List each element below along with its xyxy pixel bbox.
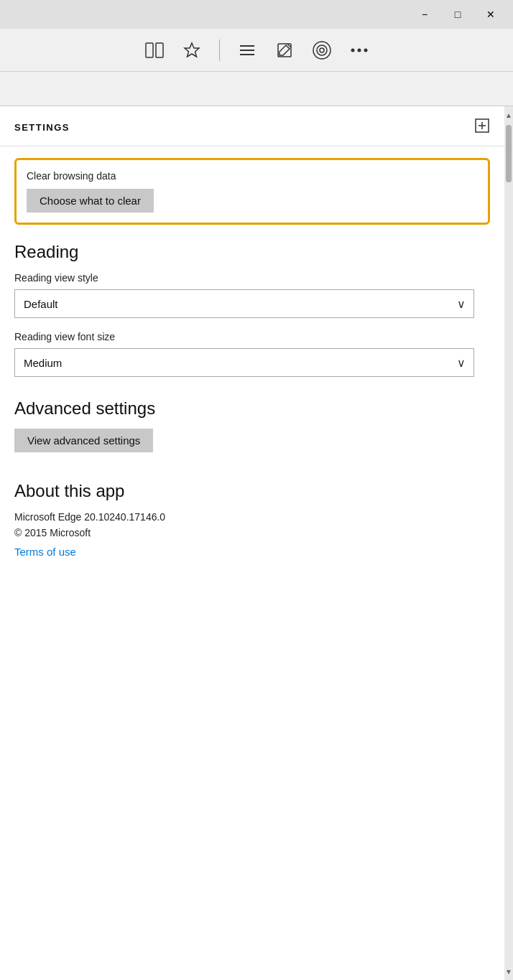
favorites-icon[interactable] (179, 37, 205, 63)
maximize-button[interactable]: □ (441, 0, 474, 29)
cortana-icon[interactable] (309, 37, 335, 63)
clear-browsing-data-section: Clear browsing data Choose what to clear (14, 158, 490, 225)
reading-view-font-size-label: Reading view font size (14, 331, 490, 342)
address-bar-area (0, 72, 513, 106)
title-bar: − □ ✕ (0, 0, 513, 29)
svg-marker-2 (185, 43, 199, 57)
scrollbar-up-arrow[interactable]: ▲ (504, 108, 513, 122)
settings-header: SETTINGS (0, 106, 504, 146)
notes-icon[interactable] (272, 37, 297, 63)
reading-view-style-select[interactable]: Default Light Medium Dark (14, 289, 474, 318)
settings-panel: SETTINGS Clear browsing data Choose what… (0, 106, 504, 980)
reading-view-icon[interactable] (142, 37, 167, 63)
about-section: About this app Microsoft Edge 20.10240.1… (14, 481, 490, 559)
svg-point-11 (351, 48, 354, 52)
reading-view-style-dropdown-wrapper: Default Light Medium Dark ∨ (14, 289, 474, 318)
pin-icon[interactable] (474, 118, 490, 137)
settings-content: Clear browsing data Choose what to clear… (0, 146, 504, 584)
scrollbar: ▲ ▼ (504, 106, 513, 980)
svg-point-12 (357, 48, 361, 52)
reading-section: Reading Reading view style Default Light… (14, 242, 490, 377)
minimize-button[interactable]: − (408, 0, 441, 29)
reading-view-font-size-dropdown-wrapper: Small Medium Large Extra Large ∨ (14, 348, 474, 377)
advanced-settings-section: Advanced settings View advanced settings (14, 398, 490, 452)
advanced-settings-heading: Advanced settings (14, 398, 490, 419)
reading-view-font-size-select[interactable]: Small Medium Large Extra Large (14, 348, 474, 377)
hub-icon[interactable] (234, 37, 260, 63)
about-heading: About this app (14, 481, 490, 501)
reading-view-style-label: Reading view style (14, 272, 490, 284)
svg-point-10 (320, 48, 324, 52)
svg-point-8 (313, 42, 331, 59)
toolbar (0, 29, 513, 72)
svg-point-13 (364, 48, 367, 52)
reading-heading: Reading (14, 242, 490, 262)
choose-what-to-clear-button[interactable]: Choose what to clear (27, 189, 154, 213)
about-copyright: © 2015 Microsoft (14, 527, 490, 538)
view-advanced-settings-button[interactable]: View advanced settings (14, 429, 153, 452)
content-area: SETTINGS Clear browsing data Choose what… (0, 106, 513, 980)
toolbar-divider (219, 39, 220, 61)
scrollbar-thumb[interactable] (506, 125, 512, 182)
settings-title: SETTINGS (14, 122, 70, 133)
more-icon[interactable] (346, 37, 372, 63)
svg-rect-1 (156, 43, 163, 57)
close-button[interactable]: ✕ (474, 0, 507, 29)
clear-browsing-data-label: Clear browsing data (27, 170, 478, 182)
svg-rect-0 (146, 43, 153, 57)
terms-of-use-link[interactable]: Terms of use (14, 546, 76, 558)
svg-point-9 (317, 45, 327, 55)
about-version: Microsoft Edge 20.10240.17146.0 (14, 511, 490, 523)
scrollbar-down-arrow[interactable]: ▼ (504, 964, 513, 979)
